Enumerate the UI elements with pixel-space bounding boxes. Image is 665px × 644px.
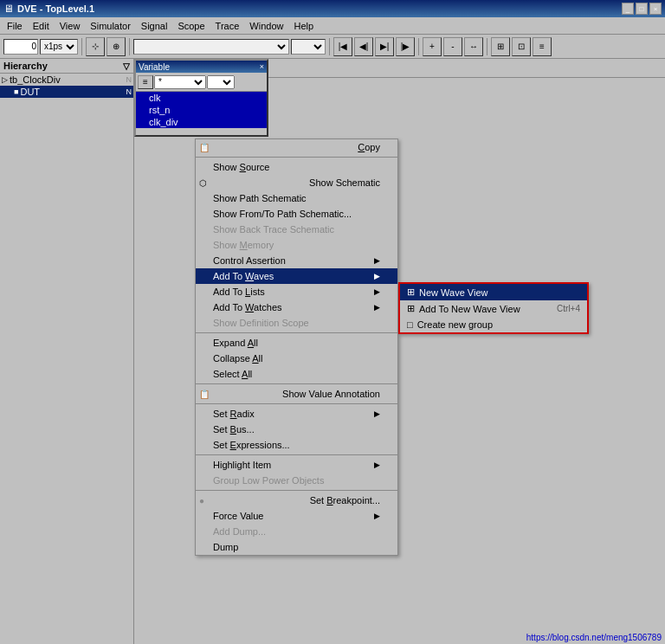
var-item-clk-div[interactable]: clk_div (136, 116, 267, 128)
ctx-add-to-lists[interactable]: Add To Lists ▶ (196, 284, 397, 299)
var-window-title: Variable × (136, 61, 267, 73)
var-item-rst-n[interactable]: rst_n (136, 104, 267, 116)
extra-btn-2[interactable]: ⊡ (512, 37, 531, 56)
scope-select[interactable] (133, 39, 289, 55)
ctx-collapse-all[interactable]: Collapse All (196, 351, 397, 366)
menu-window[interactable]: Window (244, 19, 288, 33)
close-button[interactable]: × (649, 3, 662, 15)
ctx-set-radix-arrow: ▶ (374, 409, 380, 418)
ctx-set-expressions[interactable]: Set Expressions... (196, 437, 397, 453)
status-bar: https://blog.csdn.net/meng1506789 (523, 631, 665, 644)
submenu-new-wave-view[interactable]: ⊞ New Wave View (400, 284, 587, 300)
ctx-sep-1 (196, 157, 397, 158)
tree-item-1[interactable]: ■ DUT N (0, 86, 133, 98)
menu-signal[interactable]: Signal (136, 19, 173, 33)
ctx-show-path-schematic[interactable]: Show Path Schematic (196, 190, 397, 206)
nav-btn-2[interactable]: ◀| (354, 37, 373, 56)
menu-trace[interactable]: Trace (210, 19, 245, 33)
var-label-rst-n: rst_n (149, 105, 170, 115)
var-view-btn[interactable]: ≡ (138, 75, 153, 89)
ctx-force-value-label: Force Value (213, 511, 264, 521)
ctx-force-value[interactable]: Force Value ▶ (196, 508, 397, 524)
ctx-show-def-scope: Show Definition Scope (196, 315, 397, 331)
ctx-expand-all-label: Expand All (213, 338, 258, 348)
var-label-clk-div: clk_div (149, 117, 178, 127)
breakpoint-icon: ● (199, 496, 204, 506)
tree-icon-1: ■ (14, 87, 18, 96)
ctx-add-dump-label: Add Dump... (213, 526, 266, 537)
menu-scope[interactable]: Scope (172, 19, 210, 33)
toolbar: x1ps ⊹ ⊕ |◀ ◀| ▶| |▶ + - ↔ ⊞ ⊡ ≡ (0, 35, 665, 59)
ctx-add-to-waves[interactable]: Add To Waves ▶ (196, 268, 397, 284)
ctx-show-backtrace: Show Back Trace Schematic (196, 222, 397, 237)
tree-marker-1: N (126, 87, 132, 96)
ctx-add-dump: Add Dump... (196, 524, 397, 539)
ctx-show-backtrace-label: Show Back Trace Schematic (213, 224, 334, 235)
title-bar-controls[interactable]: _ □ × (622, 3, 662, 15)
ctx-show-value-annotation[interactable]: 📋 Show Value Annotation (196, 386, 397, 402)
var-label-clk: clk (149, 93, 160, 103)
var-item-clk[interactable]: clk (136, 92, 267, 104)
time-unit-select[interactable]: x1ps (40, 39, 78, 55)
var-window-controls: × (260, 62, 264, 71)
var-dot-rst-n (139, 106, 146, 113)
extra-btn-3[interactable]: ≡ (533, 37, 552, 56)
ctx-highlight-item[interactable]: Highlight Item ▶ (196, 457, 397, 473)
menu-view[interactable]: View (55, 19, 86, 33)
nav-btn-3[interactable]: ▶| (375, 37, 394, 56)
submenu-add-to-new-wave-view[interactable]: ⊞ Add To New Wave View Ctrl+4 (400, 300, 587, 317)
ctx-add-to-watches[interactable]: Add To Watches ▶ (196, 299, 397, 315)
menu-bar: File Edit View Simulator Signal Scope Tr… (0, 17, 665, 35)
ctx-show-fromto[interactable]: Show From/To Path Schematic... (196, 206, 397, 222)
ctx-set-bus[interactable]: Set Bus... (196, 422, 397, 437)
ctx-show-source[interactable]: Show Source (196, 159, 397, 175)
ctx-expand-all[interactable]: Expand All (196, 335, 397, 351)
ctx-copy[interactable]: 📋 Copy (196, 139, 397, 155)
ctx-add-to-waves-label: Add To Waves (213, 271, 274, 281)
nav-btn-4[interactable]: |▶ (396, 37, 415, 56)
zoom-out-btn[interactable]: - (443, 37, 462, 56)
ctx-dump[interactable]: Dump (196, 539, 397, 555)
ctx-set-breakpoint-label: Set Breakpoint... (310, 495, 380, 506)
maximize-button[interactable]: □ (636, 3, 648, 15)
menu-edit[interactable]: Edit (28, 19, 55, 33)
ctx-group-low-power: Group Low Power Objects (196, 473, 397, 488)
status-text: https://blog.csdn.net/meng1506789 (526, 633, 662, 642)
ctx-collapse-all-label: Collapse All (213, 353, 263, 364)
nav-btn-1[interactable]: |◀ (333, 37, 352, 56)
zoom-btn[interactable]: ⊕ (107, 37, 126, 56)
var-type-select[interactable] (207, 75, 235, 89)
new-wave-icon: ⊞ (407, 287, 415, 298)
ctx-control-assertion-arrow: ▶ (374, 256, 380, 265)
submenu-create-new-group[interactable]: □ Create new group (400, 317, 587, 332)
ctx-show-source-label: Show Source (213, 162, 269, 172)
time-input[interactable] (3, 39, 38, 55)
minimize-button[interactable]: _ (622, 3, 634, 15)
menu-simulator[interactable]: Simulator (85, 19, 135, 33)
scope-select-2[interactable] (291, 39, 326, 55)
ctx-select-all[interactable]: Select All (196, 366, 397, 382)
ctx-set-radix[interactable]: Set Radix ▶ (196, 406, 397, 422)
menu-help[interactable]: Help (288, 19, 319, 33)
ctx-control-assertion[interactable]: Control Assertion ▶ (196, 253, 397, 268)
variable-window: Variable × ≡ * clk rst_n (134, 59, 268, 137)
ctx-show-def-scope-label: Show Definition Scope (213, 318, 309, 328)
var-scope-select[interactable]: * (154, 75, 206, 89)
zoom-fit-btn[interactable]: ↔ (464, 37, 483, 56)
var-window-close-btn[interactable]: × (260, 62, 264, 71)
zoom-in-btn[interactable]: + (423, 37, 442, 56)
var-toolbar: ≡ * (136, 73, 267, 92)
cursor-btn[interactable]: ⊹ (86, 37, 105, 56)
menu-file[interactable]: File (2, 19, 28, 33)
ctx-sep-3 (196, 383, 397, 384)
ctx-set-breakpoint[interactable]: ● Set Breakpoint... (196, 493, 397, 508)
ctx-set-bus-label: Set Bus... (213, 424, 255, 435)
ctx-show-schematic[interactable]: ⬡ Show Schematic (196, 175, 397, 190)
tree-item-0[interactable]: ▷ tb_ClockDiv N (0, 74, 133, 86)
extra-btn-1[interactable]: ⊞ (491, 37, 510, 56)
title-bar: 🖥 DVE - TopLevel.1 _ □ × (0, 0, 665, 17)
ctx-show-memory-label: Show Memory (213, 240, 274, 250)
tree-label-1: DUT (20, 87, 40, 97)
hierarchy-filter-icon[interactable]: ▽ (123, 61, 130, 71)
toolbar-sep-5 (487, 38, 487, 55)
